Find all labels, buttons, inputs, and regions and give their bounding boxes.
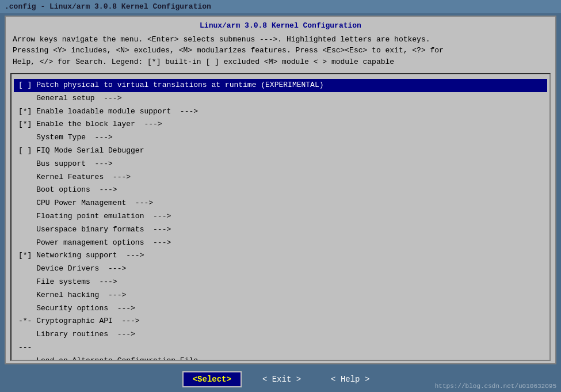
help-line1: Arrow keys navigate the menu. <Enter> se… [13,34,548,45]
main-container: Linux/arm 3.0.8 Kernel Configuration Arr… [5,16,556,364]
menu-item-cpu-power[interactable]: CPU Power Management ---> [14,197,547,210]
header-area: Linux/arm 3.0.8 Kernel Configuration Arr… [6,17,555,71]
watermark: https://blog.csdn.net/u010632095 [435,383,556,390]
help-line2: Pressing <Y> includes, <N> excludes, <M>… [13,45,548,56]
menu-item-kernel-features[interactable]: Kernel Features ---> [14,171,547,184]
menu-item-library-routines[interactable]: Library routines ---> [14,328,547,341]
menu-item-power-management[interactable]: Power management options ---> [14,237,547,250]
menu-item-general-setup[interactable]: General setup ---> [14,92,547,105]
menu-item-file-systems[interactable]: File systems ---> [14,276,547,289]
title-bar: .config - Linux/arm 3.0.8 Kernel Configu… [0,0,561,13]
menu-item-loadable-module[interactable]: [*] Enable loadable module support ---> [14,105,547,119]
menu-item-device-drivers[interactable]: Device Drivers ---> [14,262,547,276]
menu-item-block-layer[interactable]: [*] Enable the block layer ---> [14,118,547,131]
help-line3: Help, </> for Search. Legend: [*] built-… [13,56,548,68]
menu-item-system-type[interactable]: System Type ---> [14,131,547,144]
title-text: .config - Linux/arm 3.0.8 Kernel Configu… [5,2,211,11]
menu-item-kernel-hacking[interactable]: Kernel hacking ---> [14,289,547,302]
help-button[interactable]: < Help > [322,372,379,386]
exit-button[interactable]: < Exit > [253,372,310,386]
menu-item-fiq-mode[interactable]: [ ] FIQ Mode Serial Debugger [14,144,547,158]
select-button[interactable]: <Select> [182,371,242,387]
menu-item-load-config[interactable]: Load an Alternate Configuration File [14,355,547,361]
menu-item-patch-physical[interactable]: [ ] Patch physical to virtual translatio… [14,79,547,92]
menu-item-userspace-binary[interactable]: Userspace binary formats ---> [14,223,547,237]
menu-item-boot-options[interactable]: Boot options ---> [14,184,547,197]
menu-area[interactable]: [ ] Patch physical to virtual translatio… [10,73,551,361]
menu-item-networking[interactable]: [*] Networking support ---> [14,249,547,262]
menu-item-bus-support[interactable]: Bus support ---> [14,158,547,171]
menu-item-separator[interactable]: --- [14,341,547,355]
config-title: Linux/arm 3.0.8 Kernel Configuration [13,20,548,32]
menu-item-crypto-api[interactable]: -*- Cryptographic API ---> [14,315,547,328]
menu-item-security-options[interactable]: Security options ---> [14,302,547,315]
menu-item-floating-point[interactable]: Floating point emulation ---> [14,210,547,223]
